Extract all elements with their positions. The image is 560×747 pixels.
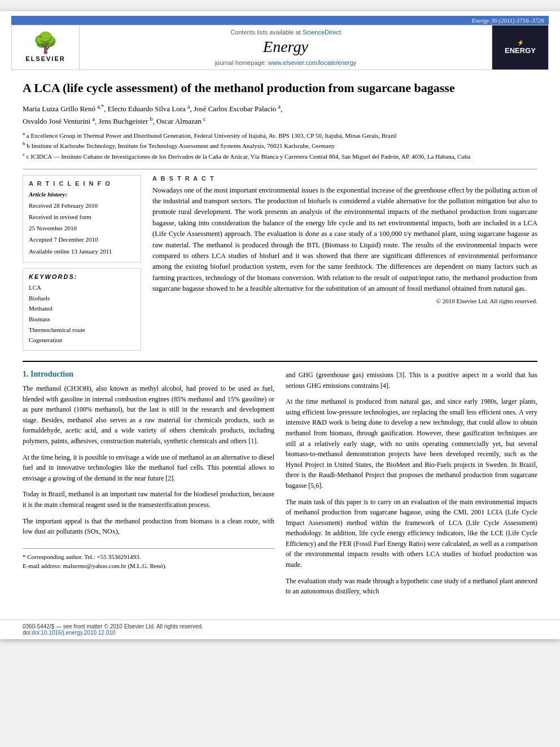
keyword-methanol: Methanol bbox=[29, 303, 135, 314]
journal-homepage-link[interactable]: www.elsevier.com/locate/energy bbox=[268, 59, 357, 66]
body-right-para-1: and GHG (greenhouse gas) emissions [3]. … bbox=[286, 370, 537, 391]
body-right-para-4: The evaluation study was made through a … bbox=[286, 576, 537, 597]
article-title: A LCA (life cycle assessment) of the met… bbox=[23, 80, 537, 97]
accepted-date: Accepted 7 December 2010 bbox=[29, 234, 135, 244]
affiliation-b: b b Institute of Karlsruhe Technology, I… bbox=[23, 140, 537, 150]
body-two-col: 1. Introduction The methanol (CH3OH), al… bbox=[23, 370, 537, 602]
sciencedirect-line: Contents lists available at ScienceDirec… bbox=[230, 29, 341, 36]
journal-header: Energy 36 (2011) 3716–3726 🌳 ELSEVIER Co… bbox=[0, 11, 560, 70]
history-label: Article history: bbox=[29, 189, 135, 199]
body-right-para-3: The main task of this paper is to carry … bbox=[286, 497, 537, 570]
authors: Maria Luiza Grillo Renó a,*, Electo Edua… bbox=[23, 102, 537, 127]
authors-text: Maria Luiza Grillo Renó a,*, Electo Edua… bbox=[23, 104, 282, 113]
main-content: A LCA (life cycle assessment) of the met… bbox=[0, 70, 560, 619]
revised-date: 25 November 2010 bbox=[29, 223, 135, 233]
affiliation-a: a a Excellence Group in Thermal Power an… bbox=[23, 130, 537, 140]
authors-text-2: Osvaldo José Venturini a, Jens Buchgeist… bbox=[23, 117, 206, 125]
footer-doi: doi:doi:10.1016/j.energy.2010.12.010 bbox=[23, 630, 537, 636]
section-divider bbox=[23, 361, 537, 362]
footnote-email: E-mail address: malureno@yahoo.com.br (M… bbox=[23, 561, 274, 571]
body-col-left: 1. Introduction The methanol (CH3OH), al… bbox=[23, 370, 274, 602]
article-info-panel: A R T I C L E I N F O Article history: R… bbox=[23, 175, 141, 351]
footnote-corresponding: * Corresponding author. Tel.: +55 353629… bbox=[23, 552, 274, 562]
body-para-1: The methanol (CH3OH), also known as meth… bbox=[23, 383, 274, 447]
affiliations: a a Excellence Group in Thermal Power an… bbox=[23, 130, 537, 160]
journal-logo-area: 🌳 ELSEVIER Contents lists available at S… bbox=[11, 25, 549, 70]
keyword-lca: LCA bbox=[29, 282, 135, 293]
journal-center: Contents lists available at ScienceDirec… bbox=[80, 25, 492, 69]
article-info-box: A R T I C L E I N F O Article history: R… bbox=[23, 175, 141, 263]
body-col-right: and GHG (greenhouse gas) emissions [3]. … bbox=[286, 370, 537, 602]
affiliation-c: c c ICIDCA — Instituto Cubano de Investi… bbox=[23, 151, 537, 161]
journal-citation: Energy 36 (2011) 3716–3726 bbox=[471, 17, 544, 24]
keyword-thermochemical: Thermochemical route bbox=[29, 325, 135, 335]
copyright-line: © 2010 Elsevier Ltd. All rights reserved… bbox=[152, 298, 537, 304]
keywords-title: Keywords: bbox=[29, 273, 135, 280]
body-para-3: Today in Brazil, methanol is an importan… bbox=[23, 489, 274, 510]
elsevier-label: ELSEVIER bbox=[25, 55, 65, 62]
energy-logo-right: ⚡ ENERGY bbox=[492, 25, 548, 69]
body-para-2: At the time being, it is possible to env… bbox=[23, 452, 274, 484]
keyword-biomass: Biomass bbox=[29, 314, 135, 325]
article-info-title: A R T I C L E I N F O bbox=[29, 180, 135, 187]
elsevier-tree-icon: 🌳 bbox=[33, 33, 58, 53]
footer-issn: 0360-5442/$ — see front matter © 2010 El… bbox=[23, 623, 537, 630]
online-date: Available online 13 January 2011 bbox=[29, 246, 135, 256]
journal-homepage: journal homepage: www.elsevier.com/locat… bbox=[215, 59, 357, 66]
doi-link[interactable]: doi:10.1016/j.energy.2010.12.010 bbox=[32, 630, 115, 636]
sciencedirect-link[interactable]: ScienceDirect bbox=[303, 29, 341, 36]
elsevier-logo: 🌳 ELSEVIER bbox=[12, 25, 80, 69]
footnote-area: * Corresponding author. Tel.: +55 353629… bbox=[23, 548, 274, 571]
page: Energy 36 (2011) 3716–3726 🌳 ELSEVIER Co… bbox=[0, 11, 560, 639]
revised-label: Received in revised form bbox=[29, 212, 135, 222]
energy-badge: ⚡ ENERGY bbox=[505, 39, 536, 56]
journal-name: Energy bbox=[263, 38, 308, 56]
section1-heading: 1. Introduction bbox=[23, 370, 274, 379]
divider-1 bbox=[23, 169, 537, 169]
abstract-section: A B S T R A C T Nowadays one of the most… bbox=[152, 175, 537, 351]
article-info-abstract-row: A R T I C L E I N F O Article history: R… bbox=[23, 175, 537, 351]
abstract-title: A B S T R A C T bbox=[152, 175, 537, 182]
body-right-para-2: At the time methanol is produced from na… bbox=[286, 396, 537, 491]
body-para-4: The important appeal is that the methano… bbox=[23, 516, 274, 537]
abstract-text: Nowadays one of the most important envir… bbox=[152, 185, 537, 295]
received-date: Received 28 February 2010 bbox=[29, 200, 135, 211]
journal-top-bar: Energy 36 (2011) 3716–3726 bbox=[11, 16, 549, 25]
keyword-biofuels: Biofuels bbox=[29, 293, 135, 304]
keyword-cogeneration: Cogeneration bbox=[29, 335, 135, 346]
footer-bar: 0360-5442/$ — see front matter © 2010 El… bbox=[0, 619, 560, 639]
keywords-box: Keywords: LCA Biofuels Methanol Biomass … bbox=[23, 268, 141, 351]
